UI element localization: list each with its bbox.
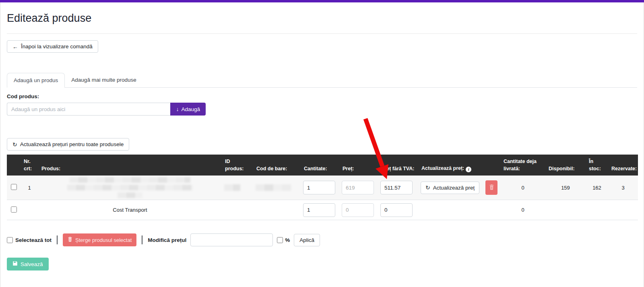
redacted-barcode [256, 184, 291, 191]
row-1-checkbox[interactable] [11, 184, 17, 190]
bulk-actions-bar: Selectează tot Șterge produsul selectat … [7, 233, 637, 246]
header-nr-crt: Nr. crt: [21, 157, 38, 173]
header-disponibil: Disponibil: [545, 164, 586, 173]
header-cantitate: Cantitate: [301, 164, 339, 173]
info-icon[interactable]: i [466, 167, 471, 172]
row-1-delete-button[interactable] [485, 180, 497, 195]
header-pret: Preț: [339, 164, 378, 173]
down-arrow-icon: ↓ [176, 106, 179, 112]
trash-icon [68, 237, 72, 243]
row-1-price-no-vat-input[interactable] [380, 181, 413, 194]
row-1-in-stock: 162 [586, 183, 608, 192]
header-pret-fara-tva: Preț fără TVA: [378, 164, 418, 173]
page-title: Editează produse [7, 2, 637, 25]
delete-selected-button[interactable]: Șterge produsul selectat [63, 233, 136, 246]
header-in-stoc: În stoc: [586, 157, 608, 173]
add-button-label: Adaugă [181, 106, 200, 112]
update-all-label: Actualizează prețuri pentru toate produs… [20, 141, 124, 147]
row-1-reserved: 3 [608, 183, 638, 192]
row-1-available: 159 [545, 183, 586, 192]
page-frame: Editează produse ← Înapoi la vizualizare… [0, 2, 644, 287]
title-divider [7, 33, 637, 34]
add-product-button[interactable]: ↓ Adaugă [170, 103, 206, 116]
percent-label: % [285, 237, 290, 243]
header-cod-de-bare: Cod de bare: [253, 164, 301, 173]
refresh-icon: ↻ [425, 185, 430, 190]
products-table: Nr. crt: Produs: ID produs: Cod de bare:… [7, 155, 638, 220]
update-all-prices-button[interactable]: ↻ Actualizează prețuri pentru toate prod… [7, 138, 129, 151]
table-header-row: Nr. crt: Produs: ID produs: Cod de bare:… [7, 155, 638, 176]
delete-selected-label: Șterge produsul selectat [75, 237, 132, 243]
row-2-product-name: Cost Transport [38, 205, 222, 215]
row-2-checkbox[interactable] [11, 206, 17, 213]
tab-add-multiple-products[interactable]: Adaugă mai multe produse [65, 73, 142, 87]
row-1-nr: 1 [21, 183, 38, 192]
select-all-control: Selectează tot [7, 237, 52, 243]
table-row-product: 1 ↻ Actualizează preț [7, 176, 638, 200]
row-1-delivered: 0 [500, 183, 545, 192]
header-id-produs: ID produs: [222, 157, 253, 173]
header-rezervate: Rezervate: [608, 164, 638, 173]
apply-button-label: Aplică [299, 237, 314, 243]
save-button-label: Salvează [21, 261, 43, 267]
apply-button[interactable]: Aplică [294, 234, 320, 246]
percent-control: % [277, 237, 290, 243]
row-2-price-no-vat-input[interactable] [380, 203, 413, 217]
left-arrow-icon: ← [12, 44, 18, 50]
row-1-price-input[interactable] [342, 181, 374, 194]
row-2-price-input[interactable] [342, 203, 374, 217]
vertical-separator [142, 235, 142, 244]
header-checkbox-spacer [7, 171, 21, 173]
redacted-product-id [224, 184, 240, 191]
redacted-product-name [41, 177, 219, 198]
select-all-label: Selectează tot [15, 237, 52, 243]
product-code-label: Cod produs: [7, 93, 637, 99]
select-all-checkbox[interactable] [7, 237, 13, 243]
table-row-transport: Cost Transport 0 [7, 200, 638, 220]
header-actualizeaza-pret: Actualizează preț:i [418, 164, 500, 173]
tab-add-single-product[interactable]: Adaugă un produs [7, 73, 65, 88]
row-1-update-price-button[interactable]: ↻ Actualizează preț [421, 182, 479, 194]
modify-price-input[interactable] [190, 233, 273, 246]
percent-checkbox[interactable] [277, 237, 283, 243]
product-code-input[interactable] [7, 103, 170, 116]
row-2-delivered: 0 [500, 205, 545, 215]
header-produs: Produs: [38, 164, 222, 173]
back-button-label: Înapoi la vizualizare comandă [21, 43, 93, 50]
modify-price-label: Modifică prețul [148, 237, 186, 243]
save-button[interactable]: Salvează [7, 258, 49, 270]
add-product-input-group: ↓ Adaugă [7, 103, 206, 116]
header-cantitate-livrata: Cantitate deja livrată: [500, 157, 545, 173]
tab-bar: Adaugă un produs Adaugă mai multe produs… [7, 73, 637, 88]
trash-icon [489, 184, 494, 191]
row-2-quantity-input[interactable] [303, 203, 335, 217]
row-1-quantity-input[interactable] [303, 181, 335, 194]
floppy-disk-icon [12, 261, 18, 267]
refresh-icon: ↻ [12, 142, 17, 147]
back-to-order-button[interactable]: ← Înapoi la vizualizare comandă [7, 40, 98, 53]
vertical-separator [57, 235, 58, 244]
